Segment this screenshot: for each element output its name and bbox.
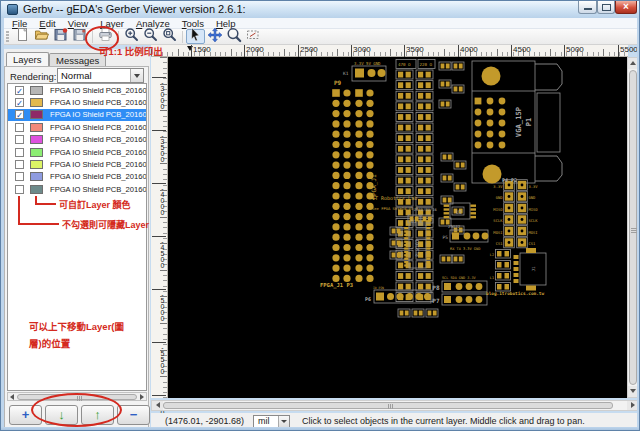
board-label-site: blog.itrobotics.com.tw	[486, 291, 545, 296]
svg-text:SCLK: SCLK	[529, 218, 539, 223]
pointer-icon	[188, 27, 203, 46]
pan-tool-button[interactable]	[205, 29, 224, 44]
minimize-icon	[584, 8, 592, 10]
move-layer-up-button[interactable]: ↑	[81, 405, 114, 425]
layer-visibility-checkbox[interactable]	[15, 148, 24, 157]
svg-text:3.3V: 3.3V	[493, 184, 503, 189]
canvas-hscrollbar[interactable]	[151, 400, 639, 411]
layer-name: FPGA IO Shield PCB_20160225-	[50, 160, 146, 169]
layer-name: FPGA IO Shield PCB_20160225.d	[50, 172, 146, 181]
ruler-tick: 2000	[244, 45, 264, 57]
layer-name: FPGA IO Shield PCB_20160225-	[50, 148, 146, 157]
zoom-out-button[interactable]	[141, 29, 160, 44]
ruler-tick: -4000	[152, 183, 166, 215]
tab-layers[interactable]: Layers	[6, 52, 49, 66]
toolbar-separator	[92, 31, 93, 43]
layer-color-swatch[interactable]	[30, 172, 43, 181]
maximize-button[interactable]	[597, 1, 615, 14]
close-button[interactable]: ×	[615, 1, 637, 14]
board-label-pl2303: PL2303	[415, 239, 420, 256]
chevron-down-icon	[134, 74, 140, 78]
pan-icon	[207, 27, 223, 47]
layer-color-swatch[interactable]	[30, 123, 43, 132]
layer-color-swatch[interactable]	[30, 185, 43, 194]
layer-row[interactable]: FPGA IO Shield PCB_20160225-	[8, 121, 146, 133]
ruler-tick: -5000	[152, 289, 166, 321]
titlebar[interactable]: Gerbv -- gEDA's Gerber Viewer version 2.…	[1, 1, 639, 18]
zoom-in-button[interactable]	[122, 29, 141, 44]
scroll-left-arrow[interactable]	[8, 393, 16, 400]
unit-combo[interactable]: mil	[253, 415, 290, 428]
board-label-p8: P8	[432, 284, 440, 291]
layer-color-swatch[interactable]	[30, 160, 43, 169]
maximize-icon	[602, 4, 611, 11]
layer-visibility-checkbox[interactable]	[15, 172, 24, 181]
layer-visibility-checkbox[interactable]	[15, 86, 24, 95]
layer-row[interactable]: FPGA IO Shield PCB_20160225-	[8, 84, 146, 96]
toolbar-separator	[118, 31, 119, 43]
window-title: Gerbv -- gEDA's Gerber Viewer version 2.…	[23, 3, 246, 15]
layer-visibility-checkbox[interactable]	[15, 160, 24, 169]
layer-color-swatch[interactable]	[30, 148, 43, 157]
tab-messages[interactable]: Messages	[49, 53, 106, 66]
add-layer-button[interactable]: +	[9, 405, 42, 425]
combo-dropdown-button[interactable]	[130, 69, 143, 82]
combo-dropdown-button[interactable]	[278, 416, 289, 427]
ruler-tick: -3000	[152, 77, 166, 109]
layer-name: FPGA IO Shield PCB_20160225-	[50, 123, 146, 132]
new-file-button[interactable]	[13, 29, 32, 44]
scrollbar-thumb[interactable]	[17, 394, 137, 400]
layer-color-swatch[interactable]	[30, 135, 43, 144]
gerbv-window: Gerbv -- gEDA's Gerber Viewer version 2.…	[0, 0, 640, 431]
layer-row[interactable]: FPGA IO Shield PCB_20160225-	[8, 158, 146, 170]
ruler-tick: -3500	[152, 130, 166, 162]
layer-row[interactable]: FPGA IO Shield PCB_20160225-	[8, 134, 146, 146]
layer-list-hscrollbar[interactable]	[7, 392, 147, 401]
app-icon	[7, 4, 18, 15]
zoom-region-tool-button[interactable]	[224, 29, 243, 44]
remove-layer-button[interactable]: −	[117, 405, 150, 425]
print-button[interactable]	[96, 29, 115, 44]
board-label-l1: L1	[490, 276, 494, 280]
move-layer-down-button[interactable]: ↓	[45, 405, 78, 425]
cursor-coordinates: (1476.01, -2901.68)	[165, 416, 249, 426]
layer-visibility-checkbox[interactable]	[15, 98, 24, 107]
layer-row[interactable]: FPGA IO Shield PCB_20160225-	[8, 146, 146, 158]
ruler-tick: 2500	[298, 45, 318, 57]
save-button[interactable]	[70, 29, 89, 44]
layer-color-swatch[interactable]	[30, 86, 43, 95]
svg-text:3.3V: 3.3V	[529, 184, 539, 189]
layer-row[interactable]: FPGA IO Shield PCB_20160225-	[8, 109, 146, 121]
layer-color-swatch[interactable]	[30, 110, 43, 119]
ruler-tick: 4000	[458, 45, 478, 57]
layer-visibility-checkbox[interactable]	[15, 135, 24, 144]
measure-icon	[245, 27, 260, 46]
save-as-button[interactable]	[51, 29, 70, 44]
scrollbar-thumb[interactable]	[163, 402, 613, 409]
scroll-left-arrow[interactable]	[152, 401, 163, 410]
layer-row[interactable]: FPGA IO Shield PCB_20160225-	[8, 183, 146, 195]
zoom-fit-icon	[162, 27, 177, 46]
board-label-l2: L2	[490, 253, 494, 257]
open-file-button[interactable]	[32, 29, 51, 44]
svg-text:CS1: CS1	[496, 241, 504, 246]
scrollbar-thumb[interactable]	[629, 70, 637, 385]
layer-row[interactable]: FPGA IO Shield PCB_20160225-	[8, 96, 146, 108]
layer-list: FPGA IO Shield PCB_20160225- FPGA IO Shi…	[7, 83, 147, 391]
layer-color-swatch[interactable]	[30, 98, 43, 107]
measure-tool-button[interactable]	[243, 29, 262, 44]
layer-row[interactable]: FPGA IO Shield PCB_20160225.d	[8, 171, 146, 183]
layer-visibility-checkbox[interactable]	[15, 185, 24, 194]
annotation-line	[18, 196, 20, 225]
gerber-canvas[interactable]: P9 K1 3.3V 5V GND 470 Ω 220 Ω FPGA_J1 FP…	[168, 57, 627, 398]
layer-visibility-checkbox[interactable]	[15, 123, 24, 132]
layer-visibility-checkbox[interactable]	[15, 110, 24, 119]
minimize-button[interactable]	[578, 1, 597, 14]
scroll-right-arrow[interactable]	[138, 393, 146, 400]
rendering-combo[interactable]: Normal	[57, 68, 144, 83]
toolbar-grip[interactable]	[6, 31, 9, 43]
svg-text:SCLK: SCLK	[493, 218, 503, 223]
zoom-fit-button[interactable]	[160, 29, 179, 44]
pointer-tool-button[interactable]	[186, 29, 205, 44]
save-icon	[72, 27, 87, 46]
